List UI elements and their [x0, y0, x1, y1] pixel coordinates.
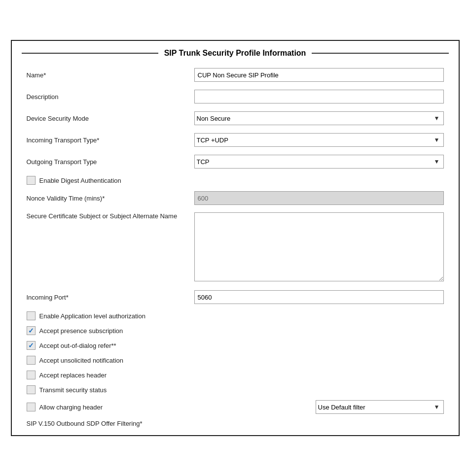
- charging-filter-select-wrapper: Use Default filter Use Custom filter Non…: [316, 400, 444, 414]
- outgoing-transport-input-col: TCP UDP TLS ▼: [194, 155, 444, 169]
- form-body: Name* Description Device Security Mode N…: [12, 68, 459, 414]
- device-security-mode-label: Device Security Mode: [27, 115, 194, 122]
- name-input[interactable]: [194, 68, 444, 82]
- accept-replaces-label: Accept replaces header: [39, 372, 107, 379]
- accept-replaces-checkbox[interactable]: [27, 371, 36, 379]
- cert-subject-textarea[interactable]: [194, 212, 444, 281]
- device-security-mode-select-wrapper: Non Secure Authenticated Encrypted ▼: [194, 111, 444, 125]
- accept-presence-label: Accept presence subscription: [39, 327, 123, 335]
- accept-presence-checkmark: ✓: [28, 327, 34, 334]
- enable-app-auth-label: Enable Application level authorization: [39, 312, 145, 320]
- incoming-transport-row: Incoming Transport Type* TCP +UDP TCP UD…: [27, 133, 444, 147]
- accept-out-of-dialog-row: ✓ Accept out-of-dialog refer**: [27, 341, 444, 350]
- title-line-right: [312, 53, 448, 54]
- incoming-transport-input-col: TCP +UDP TCP UDP TLS ▼: [194, 133, 444, 147]
- charging-filter-select[interactable]: Use Default filter Use Custom filter Non…: [316, 400, 444, 414]
- incoming-transport-select-wrapper: TCP +UDP TCP UDP TLS ▼: [194, 133, 444, 147]
- outgoing-transport-select-wrapper: TCP UDP TLS ▼: [194, 155, 444, 169]
- page-title: SIP Trunk Security Profile Information: [158, 49, 312, 58]
- title-line-left: [22, 53, 158, 54]
- footer-label: SIP V.150 Outbound SDP Offer Filtering*: [27, 420, 459, 427]
- nonce-validity-input[interactable]: [194, 191, 444, 205]
- allow-charging-checkbox[interactable]: [27, 403, 36, 411]
- cert-subject-input-col: [194, 212, 444, 283]
- description-input[interactable]: [194, 90, 444, 103]
- device-security-mode-row: Device Security Mode Non Secure Authenti…: [27, 111, 444, 126]
- cert-subject-label: Secure Certificate Subject or Subject Al…: [27, 212, 194, 220]
- allow-charging-row: Allow charging header Use Default filter…: [27, 400, 444, 414]
- description-label: Description: [27, 93, 194, 101]
- accept-out-of-dialog-checkmark: ✓: [28, 342, 34, 349]
- name-input-col: [194, 68, 444, 82]
- accept-replaces-row: Accept replaces header: [27, 371, 444, 379]
- accept-presence-checkbox[interactable]: ✓: [27, 326, 36, 335]
- incoming-port-input-col: [194, 290, 444, 304]
- name-label: Name*: [27, 71, 194, 79]
- incoming-port-row: Incoming Port*: [27, 290, 444, 305]
- device-security-mode-select[interactable]: Non Secure Authenticated Encrypted: [194, 111, 444, 125]
- enable-digest-label: Enable Digest Authentication: [39, 177, 121, 184]
- incoming-transport-label: Incoming Transport Type*: [27, 136, 194, 144]
- outgoing-transport-row: Outgoing Transport Type TCP UDP TLS ▼: [27, 154, 444, 169]
- enable-app-auth-row: Enable Application level authorization: [27, 311, 444, 320]
- transmit-security-label: Transmit security status: [39, 386, 107, 394]
- accept-out-of-dialog-checkbox[interactable]: ✓: [27, 341, 36, 350]
- nonce-validity-input-col: [194, 191, 444, 205]
- section-header: SIP Trunk Security Profile Information: [22, 49, 449, 58]
- accept-unsolicited-checkbox[interactable]: [27, 356, 36, 365]
- transmit-security-checkbox[interactable]: [27, 385, 36, 394]
- name-row: Name*: [27, 68, 444, 82]
- nonce-validity-row: Nonce Validity Time (mins)*: [27, 191, 444, 205]
- accept-unsolicited-label: Accept unsolicited notification: [39, 357, 124, 364]
- form-container: SIP Trunk Security Profile Information N…: [11, 40, 460, 436]
- outgoing-transport-label: Outgoing Transport Type: [27, 158, 194, 166]
- accept-out-of-dialog-label: Accept out-of-dialog refer**: [39, 342, 116, 349]
- incoming-transport-select[interactable]: TCP +UDP TCP UDP TLS: [194, 133, 444, 147]
- incoming-port-input[interactable]: [194, 290, 444, 304]
- nonce-validity-label: Nonce Validity Time (mins)*: [27, 195, 194, 202]
- enable-app-auth-checkbox[interactable]: [27, 311, 36, 320]
- device-security-mode-input-col: Non Secure Authenticated Encrypted ▼: [194, 111, 444, 125]
- cert-subject-row: Secure Certificate Subject or Subject Al…: [27, 212, 444, 283]
- accept-presence-row: ✓ Accept presence subscription: [27, 326, 444, 335]
- incoming-port-label: Incoming Port*: [27, 294, 194, 301]
- allow-charging-label: Allow charging header: [39, 404, 311, 411]
- description-input-col: [194, 90, 444, 103]
- enable-digest-checkbox[interactable]: [27, 176, 36, 185]
- outgoing-transport-select[interactable]: TCP UDP TLS: [194, 155, 444, 169]
- enable-digest-row: Enable Digest Authentication: [27, 176, 444, 185]
- description-row: Description: [27, 89, 444, 104]
- accept-unsolicited-row: Accept unsolicited notification: [27, 356, 444, 365]
- transmit-security-row: Transmit security status: [27, 385, 444, 394]
